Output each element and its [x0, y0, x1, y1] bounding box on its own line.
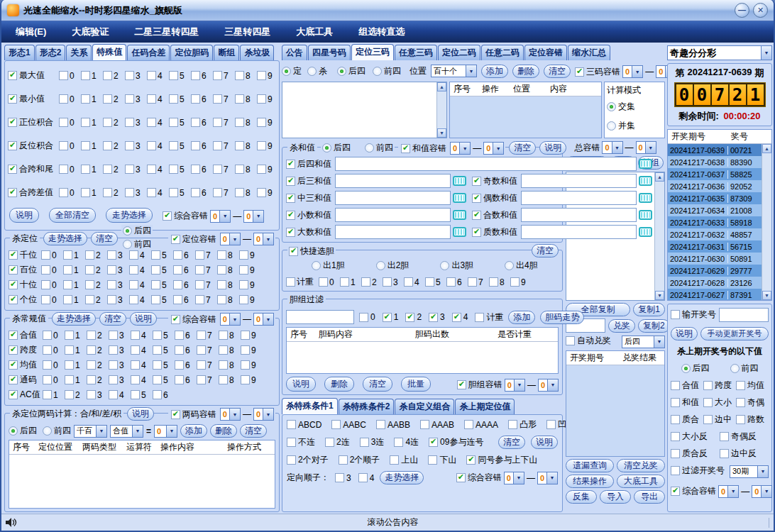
- help-button[interactable]: 说明: [539, 141, 566, 155]
- digit-checkbox[interactable]: 3: [125, 71, 147, 81]
- digit-checkbox[interactable]: 9: [241, 345, 263, 355]
- tolerance-to-dropdown[interactable]: 0▼: [253, 313, 274, 326]
- digit-checkbox[interactable]: 2: [405, 311, 422, 323]
- minimize-button[interactable]: —: [735, 3, 749, 18]
- digit-checkbox[interactable]: 4: [109, 390, 131, 400]
- digit-checkbox[interactable]: 3: [109, 345, 131, 355]
- tolerance-to-dropdown[interactable]: 0▼: [483, 142, 504, 155]
- digit-checkbox[interactable]: 6: [175, 345, 197, 355]
- radio[interactable]: 出2胆: [376, 260, 410, 272]
- digit-checkbox[interactable]: 6: [173, 280, 195, 290]
- speaker-icon[interactable]: [6, 518, 17, 527]
- digit-checkbox[interactable]: 8: [235, 71, 257, 81]
- digit-checkbox[interactable]: 0: [59, 188, 81, 198]
- row-enable-checkbox[interactable]: 百位: [9, 264, 40, 276]
- digit-checkbox[interactable]: 7: [213, 118, 235, 128]
- digit-checkbox[interactable]: 9: [257, 118, 279, 128]
- digit-checkbox[interactable]: 1: [383, 311, 399, 323]
- row-enable-checkbox[interactable]: 正位积合: [8, 116, 57, 128]
- digit-checkbox[interactable]: 6: [173, 265, 195, 275]
- digit-checkbox[interactable]: 8: [217, 250, 239, 260]
- digit-checkbox[interactable]: 9: [510, 277, 532, 287]
- digit-checkbox[interactable]: 1: [65, 360, 87, 370]
- sum-value-input[interactable]: [335, 225, 451, 239]
- tab-item[interactable]: 形态1: [4, 45, 35, 60]
- radio[interactable]: 后四: [121, 225, 153, 237]
- row-enable-checkbox[interactable]: 合跨和尾: [8, 163, 57, 175]
- digit-checkbox[interactable]: 6: [191, 188, 213, 198]
- condition-checkbox[interactable]: AAAB: [420, 420, 454, 430]
- menu-item[interactable]: 大底验证: [72, 26, 109, 38]
- digit-checkbox[interactable]: 2: [85, 280, 107, 290]
- tolerance-from-dropdown[interactable]: 0▼: [220, 313, 241, 326]
- input-draw-checkbox[interactable]: 输开奖号: [671, 309, 716, 321]
- digit-checkbox[interactable]: 1: [81, 165, 103, 174]
- digit-checkbox[interactable]: 8: [219, 360, 241, 370]
- tab-item[interactable]: 任意三码: [395, 45, 437, 60]
- digit-checkbox[interactable]: 4: [131, 345, 153, 355]
- tab-item[interactable]: 任码合差: [127, 45, 170, 60]
- help-button[interactable]: 说明: [130, 312, 157, 326]
- digit-checkbox[interactable]: 1: [340, 277, 361, 287]
- digit-checkbox[interactable]: 5: [131, 390, 153, 400]
- digit-checkbox[interactable]: 4: [131, 331, 153, 340]
- help-button[interactable]: 说明: [9, 208, 39, 223]
- kill-inverse-checkbox[interactable]: 大小反: [671, 431, 720, 443]
- row-enable-checkbox[interactable]: 个位: [9, 294, 40, 306]
- keyboard-icon[interactable]: [453, 210, 466, 220]
- digit-checkbox[interactable]: 1: [65, 331, 87, 340]
- digit-checkbox[interactable]: 0: [43, 345, 65, 355]
- digit-checkbox[interactable]: 4: [129, 250, 151, 260]
- sum-value-input[interactable]: [335, 157, 637, 171]
- batch-button[interactable]: 批量: [401, 377, 431, 392]
- condition-checkbox[interactable]: AAAA: [464, 420, 498, 430]
- digit-checkbox[interactable]: 0: [59, 141, 81, 151]
- digit-checkbox[interactable]: 4: [131, 360, 153, 370]
- table-row[interactable]: 20241217-062823126: [668, 277, 762, 289]
- clear-button[interactable]: 清空: [544, 65, 571, 78]
- tab-item[interactable]: 任意二码: [481, 45, 524, 60]
- position-dropdown[interactable]: 百十个▼: [431, 65, 477, 77]
- kill-value-checkbox[interactable]: 和值: [671, 397, 703, 409]
- digit-checkbox[interactable]: 4: [147, 165, 169, 174]
- digit-checkbox[interactable]: 9: [239, 280, 261, 290]
- tab-item[interactable]: 杀上期定位值: [455, 399, 515, 414]
- trend-select-button[interactable]: 走势选择: [52, 312, 96, 326]
- digit-checkbox[interactable]: 8: [217, 280, 239, 290]
- menu-item[interactable]: 组选转直选: [358, 26, 405, 38]
- condition-checkbox[interactable]: 09参与连号: [429, 436, 483, 448]
- radio[interactable]: 前四: [121, 238, 153, 250]
- condition-checkbox[interactable]: 不连: [287, 436, 315, 448]
- kill-value-checkbox[interactable]: 奇偶: [736, 397, 769, 409]
- tab-item[interactable]: 四星号码: [308, 45, 351, 60]
- tolerance-checkbox[interactable]: 综合容错: [163, 210, 208, 222]
- radio[interactable]: 后四: [9, 425, 37, 437]
- digit-checkbox[interactable]: 4: [129, 295, 151, 305]
- digit-checkbox[interactable]: 9: [241, 331, 263, 340]
- condition-checkbox[interactable]: AABB: [376, 420, 410, 430]
- tab-item[interactable]: 定位容错: [524, 45, 567, 60]
- digit-checkbox[interactable]: 1: [81, 188, 103, 198]
- periods-dropdown[interactable]: 30期▼: [730, 465, 769, 478]
- digit-checkbox[interactable]: 7: [213, 141, 235, 151]
- row-enable-checkbox[interactable]: 反位积合: [8, 140, 57, 152]
- digit-checkbox[interactable]: 3: [107, 295, 129, 305]
- digit-checkbox[interactable]: 7: [213, 71, 235, 81]
- digit-checkbox[interactable]: 9: [257, 71, 279, 81]
- digit-checkbox[interactable]: 3: [125, 94, 147, 104]
- digit-checkbox[interactable]: 5: [425, 277, 446, 287]
- tab-item[interactable]: 定位三码: [351, 44, 394, 60]
- digit-checkbox[interactable]: 0: [41, 280, 63, 290]
- digit-checkbox[interactable]: 1: [81, 118, 103, 128]
- kill-value-checkbox[interactable]: 跨度: [703, 379, 736, 392]
- digit-checkbox[interactable]: 8: [235, 118, 257, 128]
- help-button[interactable]: 说明: [671, 327, 698, 340]
- tab-item[interactable]: 杀自定义组合: [395, 399, 454, 414]
- kill-value-checkbox[interactable]: 质合: [671, 414, 703, 426]
- tab-item[interactable]: 公告: [282, 45, 307, 60]
- digit-checkbox[interactable]: 0: [43, 375, 65, 385]
- keyboard-icon[interactable]: [639, 176, 652, 186]
- table-row[interactable]: 20241217-063421008: [668, 204, 762, 216]
- radio[interactable]: 后四: [321, 142, 352, 154]
- digit-checkbox[interactable]: 0: [41, 295, 63, 305]
